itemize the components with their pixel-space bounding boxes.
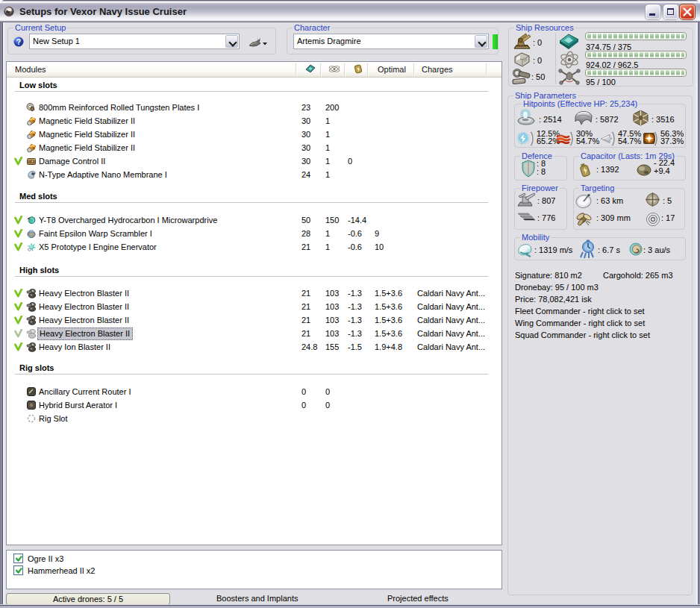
svg-text:?: ?	[16, 38, 21, 46]
